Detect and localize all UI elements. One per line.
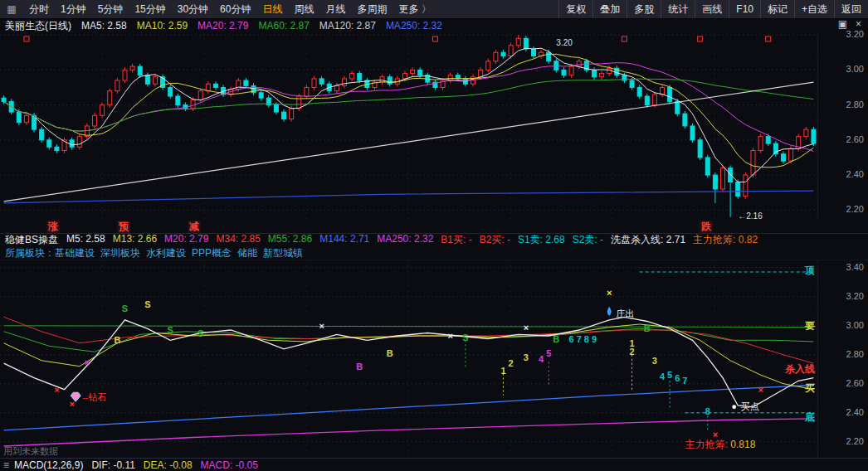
chart-marker: B	[553, 334, 559, 344]
indicator-value: B1买: -	[441, 233, 471, 246]
icon-marker-label: 买点	[741, 401, 759, 411]
drop-icon	[607, 307, 612, 316]
timeframe-tab[interactable]: 分时	[23, 2, 55, 17]
chart-marker: ×	[758, 385, 763, 395]
lower-price-axis: 3.403.203.002.802.602.402.20	[817, 260, 868, 458]
indicator-values: M5: 2.58M13: 2.66M20: 2.79M34: 2.85M55: …	[66, 233, 765, 246]
ma-value: MA250: 2.32	[386, 20, 442, 32]
timeframe-tab[interactable]: 5分钟	[92, 2, 129, 17]
green-flat-line	[4, 326, 814, 328]
chart-marker: ×	[85, 357, 90, 367]
top-signal-squares	[24, 36, 771, 41]
chart-marker: ×	[54, 385, 59, 395]
chart-title-row: 美丽生态(日线) MA5: 2.58MA10: 2.59MA20: 2.79MA…	[0, 18, 868, 33]
lower-lines	[4, 272, 814, 446]
timeframe-tab[interactable]: 日线	[256, 2, 288, 17]
indicator-value: M34: 2.85	[216, 233, 260, 246]
timeframe-tab[interactable]: 多周期	[351, 2, 393, 17]
toolbar-button[interactable]: 画线	[695, 0, 729, 18]
sector-tag[interactable]: 深圳板块	[100, 246, 140, 260]
axis-tick-label: 2.40	[846, 407, 864, 417]
axis-tick-label: 3.20	[846, 291, 864, 301]
candles	[2, 35, 816, 217]
sector-row: 所属板块： 基础建设深圳板块水利建设PPP概念储能新型城镇	[0, 246, 868, 260]
chart-marker: ×	[607, 288, 612, 298]
axis-tick-label: 3.20	[846, 29, 864, 39]
sector-tag[interactable]: 基础建设	[55, 246, 95, 260]
axis-tick-label: 2.20	[846, 436, 864, 446]
title-icons: ▣×	[838, 18, 861, 30]
chart-marker: B	[387, 348, 393, 358]
sector-label: 所属板块：	[5, 246, 55, 260]
indicator-value: MA250: 2.32	[377, 233, 433, 246]
chart-marker: 1	[500, 366, 505, 376]
close-icon[interactable]: ×	[856, 18, 861, 30]
trading-app-window: ▦ 分时1分钟5分钟15分钟30分钟60分钟日线周线月线多周期更多 〉 复权叠加…	[0, 0, 868, 471]
chart-marker: 5	[546, 348, 551, 358]
indicator-value: M55: 2.86	[268, 233, 312, 246]
indicator-value: M144: 2.71	[319, 233, 369, 246]
price-annotation: 3.20	[556, 38, 573, 47]
sector-tag[interactable]: PPP概念	[192, 246, 232, 260]
axis-tick-label: 2.60	[846, 134, 864, 144]
chart-marker: 8	[584, 334, 589, 344]
threshold-label: 顶	[805, 264, 815, 278]
chart-marker: 3	[652, 356, 657, 366]
chart-marker: 8	[705, 406, 710, 416]
chart-marker: B	[356, 362, 363, 371]
main-price-axis: 3.203.002.802.602.402.20	[817, 33, 868, 221]
signal-marker: 预	[117, 221, 130, 233]
axis-tick-label: 2.20	[846, 204, 864, 214]
timeframe-tab[interactable]: 1分钟	[55, 2, 92, 17]
blue-line	[4, 386, 814, 430]
indicator-value: M5: 2.58	[66, 233, 105, 246]
sector-tag[interactable]: 新型城镇	[263, 246, 303, 260]
app-icon[interactable]: ▦	[5, 3, 18, 15]
timeframe-tab[interactable]: 15分钟	[129, 2, 171, 17]
main-force-text: 主力抢筹:	[685, 439, 731, 450]
threshold-label: 要	[805, 319, 815, 333]
toolbar-button[interactable]: +自选	[794, 0, 834, 18]
top-toolbar: ▦ 分时1分钟5分钟15分钟30分钟60分钟日线周线月线多周期更多 〉 复权叠加…	[0, 0, 868, 19]
toolbar-button[interactable]: 复权	[558, 0, 592, 18]
icon-marker-label: 庄出	[616, 308, 634, 318]
toolbar-actions: 复权叠加多股统计画线F10标记+自选返回	[558, 0, 868, 18]
toolbar-button[interactable]: 统计	[661, 0, 695, 18]
white-line	[4, 317, 814, 407]
chart-marker: 9	[592, 334, 597, 344]
toolbar-button[interactable]: 返回	[834, 0, 868, 18]
menu-icon[interactable]: ≡	[3, 459, 9, 471]
axis-tick-label: 2.80	[846, 349, 864, 359]
macd-values: DIF: -0.11DEA: -0.08MACD: -0.05	[91, 459, 266, 471]
signal-marker: 涨	[46, 221, 60, 233]
sector-tag[interactable]: 储能	[237, 246, 257, 260]
toolbar-button[interactable]: 叠加	[592, 0, 627, 18]
chart-marker: ×	[319, 321, 324, 331]
timeframe-tab[interactable]: 30分钟	[172, 2, 214, 17]
chart-marker: 4	[660, 371, 666, 381]
axis-tick-label: 2.80	[846, 100, 864, 109]
chart-marker: 3	[524, 352, 529, 362]
chart-marker: 7	[682, 376, 687, 386]
signal-marker: 跌	[700, 221, 713, 233]
indicator-title: 稳健BS操盘	[5, 233, 58, 246]
threshold-label: 买	[805, 381, 815, 396]
sector-tag[interactable]: 水利建设	[146, 246, 186, 260]
timeframe-tabs: 分时1分钟5分钟15分钟30分钟60分钟日线周线月线多周期更多 〉	[23, 0, 437, 18]
chart-marker: S	[197, 328, 203, 338]
toolbar-button[interactable]: F10	[729, 0, 760, 18]
chart-marker: 2	[629, 347, 634, 357]
timeframe-tab[interactable]: 月线	[319, 2, 351, 17]
toolbar-button[interactable]: 多股	[627, 0, 661, 18]
signal-band: 涨预减跌	[0, 221, 868, 234]
ma250-line	[4, 191, 814, 203]
toolbar-button[interactable]: 标记	[760, 0, 794, 18]
lower-indicator-chart[interactable]: ×××BSSSS×BB×S12345×B6789×12B345678××--钻石…	[0, 260, 817, 458]
ma-value: MA120: 2.87	[319, 20, 376, 32]
main-candlestick-chart[interactable]: 3.20←2.16	[0, 33, 817, 221]
timeframe-tab[interactable]: 60分钟	[214, 2, 256, 17]
timeframe-tab[interactable]: 更多 〉	[393, 2, 436, 17]
panel-icon[interactable]: ▣	[838, 18, 847, 30]
timeframe-tab[interactable]: 周线	[288, 2, 319, 17]
axis-tick-label: 2.60	[846, 378, 864, 388]
